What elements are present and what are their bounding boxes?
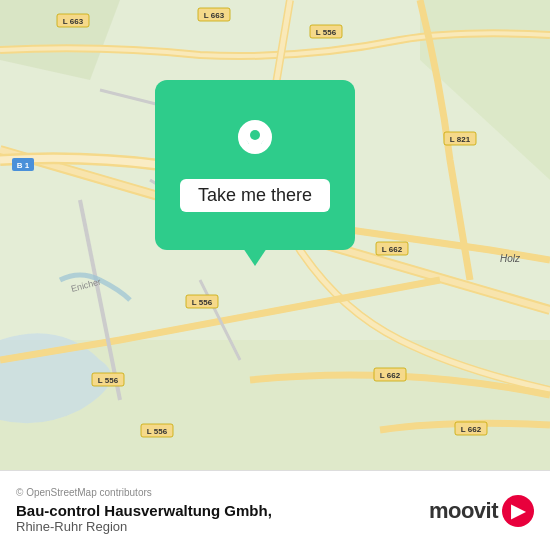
place-region: Rhine-Ruhr Region [16, 519, 429, 534]
svg-text:L 663: L 663 [63, 17, 84, 26]
map-container: L 663 L 663 L 556 B 1 L 821 L 662 Holz E… [0, 0, 550, 470]
svg-text:L 662: L 662 [382, 245, 403, 254]
moovit-logo-text: moovit [429, 498, 498, 524]
moovit-logo: moovit ▶ [429, 495, 534, 527]
moovit-dot: ▶ [502, 495, 534, 527]
moovit-dot-icon: ▶ [511, 500, 525, 522]
svg-text:L 663: L 663 [204, 11, 225, 20]
svg-text:L 662: L 662 [461, 425, 482, 434]
svg-point-34 [250, 130, 260, 140]
svg-text:Holz: Holz [500, 253, 521, 264]
svg-text:L 662: L 662 [380, 371, 401, 380]
svg-text:L 556: L 556 [147, 427, 168, 436]
svg-text:L 821: L 821 [450, 135, 471, 144]
location-pin-icon [230, 119, 280, 169]
take-me-there-button[interactable]: Take me there [180, 179, 330, 212]
bottom-info: © OpenStreetMap contributors Bau-control… [16, 487, 429, 534]
popup-card[interactable]: Take me there [155, 80, 355, 250]
bottom-bar: © OpenStreetMap contributors Bau-control… [0, 470, 550, 550]
copyright-text: © OpenStreetMap contributors [16, 487, 429, 498]
svg-text:L 556: L 556 [192, 298, 213, 307]
svg-text:B 1: B 1 [17, 161, 30, 170]
place-name: Bau-control Hausverwaltung Gmbh, [16, 502, 429, 519]
svg-text:L 556: L 556 [98, 376, 119, 385]
svg-text:L 556: L 556 [316, 28, 337, 37]
